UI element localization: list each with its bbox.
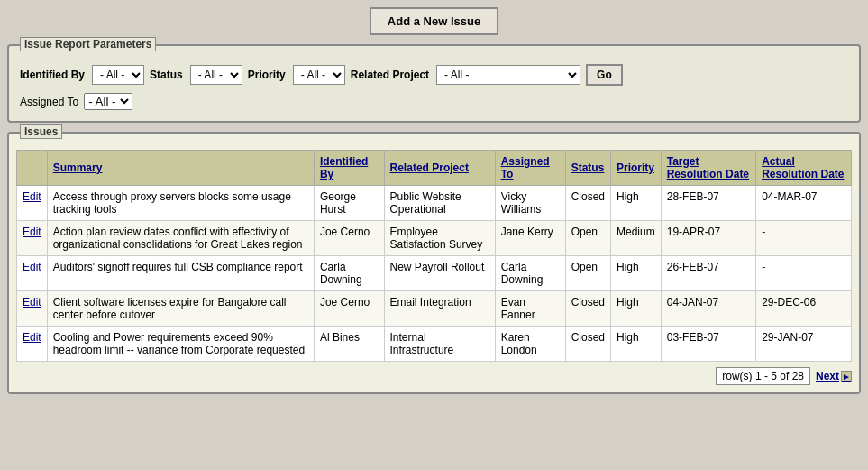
assigned-to-cell: Carla Downing bbox=[495, 256, 565, 291]
status-cell: Open bbox=[565, 221, 610, 256]
target-date-cell: 26-FEB-07 bbox=[661, 256, 755, 291]
edit-link[interactable]: Edit bbox=[23, 296, 41, 309]
col-header-priority[interactable]: Priority bbox=[611, 151, 662, 186]
assigned-to-cell: Vicky Williams bbox=[495, 186, 565, 221]
identified-by-cell: Joe Cerno bbox=[314, 221, 384, 256]
edit-cell: Edit bbox=[17, 221, 48, 256]
table-row: EditClient software licenses expire for … bbox=[17, 291, 852, 327]
edit-link[interactable]: Edit bbox=[23, 331, 41, 344]
issues-section: Issues Summary Identified By Related Pro… bbox=[7, 132, 861, 394]
related-project-select[interactable]: - All - bbox=[436, 65, 580, 85]
priority-cell: High bbox=[611, 327, 662, 362]
identified-by-select[interactable]: - All - bbox=[92, 65, 144, 85]
priority-cell: Medium bbox=[611, 221, 662, 256]
related-project-cell: Email Integration bbox=[384, 291, 495, 327]
edit-cell: Edit bbox=[17, 327, 48, 362]
actual-date-cell: - bbox=[756, 256, 852, 291]
priority-label: Priority bbox=[248, 69, 286, 81]
go-button[interactable]: Go bbox=[586, 64, 623, 86]
pagination-info: row(s) 1 - 5 of 28 bbox=[716, 367, 810, 385]
pagination-row: row(s) 1 - 5 of 28 Next ► bbox=[16, 367, 852, 385]
assigned-to-cell: Evan Fanner bbox=[495, 291, 565, 327]
priority-select[interactable]: - All - bbox=[293, 65, 345, 85]
assigned-to-label: Assigned To bbox=[20, 96, 78, 108]
identified-by-cell: Al Bines bbox=[314, 327, 384, 362]
filter-section-title: Issue Report Parameters bbox=[20, 37, 156, 51]
summary-cell: Auditors' signoff requires full CSB comp… bbox=[47, 256, 314, 291]
assigned-to-cell: Jane Kerry bbox=[495, 221, 565, 256]
summary-cell: Action plan review dates conflict with e… bbox=[47, 221, 314, 256]
table-row: EditAccess through proxy servers blocks … bbox=[17, 186, 852, 221]
edit-link[interactable]: Edit bbox=[23, 261, 41, 273]
filter-row-2: Assigned To - All - bbox=[20, 93, 848, 110]
col-header-status[interactable]: Status bbox=[565, 151, 610, 186]
actual-date-cell: 04-MAR-07 bbox=[756, 186, 852, 221]
edit-cell: Edit bbox=[17, 291, 48, 327]
actual-date-cell: 29-JAN-07 bbox=[756, 327, 852, 362]
edit-link[interactable]: Edit bbox=[23, 190, 41, 203]
actual-date-cell: 29-DEC-06 bbox=[756, 291, 852, 327]
related-project-label: Related Project bbox=[351, 69, 429, 81]
priority-cell: High bbox=[611, 256, 662, 291]
status-select[interactable]: - All - bbox=[190, 65, 242, 85]
related-project-cell: Employee Satisfaction Survey bbox=[384, 221, 495, 256]
target-date-cell: 03-FEB-07 bbox=[661, 327, 755, 362]
col-header-target-date[interactable]: Target Resolution Date bbox=[661, 151, 755, 186]
next-link[interactable]: Next ► bbox=[816, 370, 852, 382]
related-project-cell: New Payroll Rollout bbox=[384, 256, 495, 291]
status-cell: Closed bbox=[565, 291, 610, 327]
filter-section: Issue Report Parameters Identified By - … bbox=[7, 44, 861, 123]
table-row: EditCooling and Power requirements excee… bbox=[17, 327, 852, 362]
next-label[interactable]: Next bbox=[816, 370, 839, 382]
col-header-summary[interactable]: Summary bbox=[47, 151, 314, 186]
col-header-actual-date[interactable]: Actual Resolution Date bbox=[756, 151, 852, 186]
status-cell: Open bbox=[565, 256, 610, 291]
next-arrow-icon: ► bbox=[841, 371, 852, 382]
summary-cell: Cooling and Power requirements exceed 90… bbox=[47, 327, 314, 362]
issues-table: Summary Identified By Related Project As… bbox=[16, 150, 852, 362]
assigned-to-select[interactable]: - All - bbox=[84, 93, 132, 110]
status-label: Status bbox=[150, 69, 183, 81]
edit-cell: Edit bbox=[17, 186, 48, 221]
assigned-to-cell: Karen London bbox=[495, 327, 565, 362]
identified-by-cell: Joe Cerno bbox=[314, 291, 384, 327]
edit-cell: Edit bbox=[17, 256, 48, 291]
related-project-cell: Internal Infrastructure bbox=[384, 327, 495, 362]
col-header-assigned-to[interactable]: Assigned To bbox=[495, 151, 565, 186]
target-date-cell: 04-JAN-07 bbox=[661, 291, 755, 327]
col-header-identified-by[interactable]: Identified By bbox=[314, 151, 384, 186]
table-row: EditAuditors' signoff requires full CSB … bbox=[17, 256, 852, 291]
priority-cell: High bbox=[611, 291, 662, 327]
related-project-cell: Public Website Operational bbox=[384, 186, 495, 221]
issues-section-title: Issues bbox=[20, 124, 62, 139]
table-row: EditAction plan review dates conflict wi… bbox=[17, 221, 852, 256]
priority-cell: High bbox=[611, 186, 662, 221]
status-cell: Closed bbox=[565, 327, 610, 362]
col-header-related-project[interactable]: Related Project bbox=[384, 151, 495, 186]
identified-by-cell: George Hurst bbox=[314, 186, 384, 221]
col-header-edit bbox=[17, 151, 48, 186]
add-new-issue-button[interactable]: Add a New Issue bbox=[370, 7, 498, 35]
actual-date-cell: - bbox=[756, 221, 852, 256]
identified-by-label: Identified By bbox=[20, 69, 85, 81]
status-cell: Closed bbox=[565, 186, 610, 221]
edit-link[interactable]: Edit bbox=[23, 226, 41, 238]
filter-row-1: Identified By - All - Status - All - Pri… bbox=[20, 64, 848, 86]
summary-cell: Client software licenses expire for Bang… bbox=[47, 291, 314, 327]
target-date-cell: 28-FEB-07 bbox=[661, 186, 755, 221]
summary-cell: Access through proxy servers blocks some… bbox=[47, 186, 314, 221]
target-date-cell: 19-APR-07 bbox=[661, 221, 755, 256]
identified-by-cell: Carla Downing bbox=[314, 256, 384, 291]
